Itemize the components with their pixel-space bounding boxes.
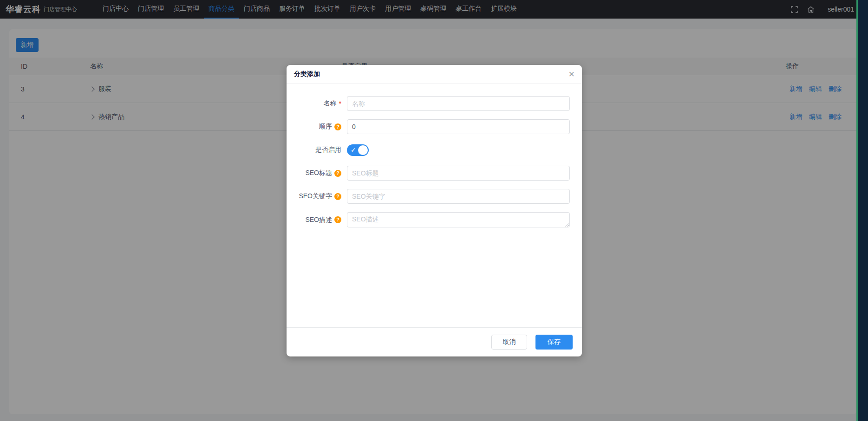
enabled-label: 是否启用 bbox=[315, 146, 341, 154]
name-input[interactable] bbox=[347, 96, 570, 111]
form-row-name: 名称 * bbox=[287, 96, 582, 111]
form-row-order: 顺序 ? bbox=[287, 119, 582, 134]
form-row-seo-title: SEO标题 ? bbox=[287, 166, 582, 181]
cancel-button[interactable]: 取消 bbox=[491, 335, 527, 350]
help-icon[interactable]: ? bbox=[334, 170, 341, 177]
field-label: SEO关键字 ? bbox=[287, 192, 347, 201]
form-row-seo-desc: SEO描述 ? bbox=[287, 212, 582, 227]
seo-desc-textarea[interactable] bbox=[347, 212, 570, 227]
field-label: 是否启用 bbox=[287, 146, 347, 154]
modal-header: 分类添加 × bbox=[287, 65, 582, 84]
seo-title-label: SEO标题 bbox=[305, 169, 332, 177]
field-label: SEO描述 ? bbox=[287, 216, 347, 224]
order-label: 顺序 bbox=[319, 123, 332, 131]
seo-desc-label: SEO描述 bbox=[305, 216, 332, 224]
enabled-toggle[interactable]: ✓ bbox=[347, 144, 369, 156]
name-label: 名称 bbox=[324, 99, 337, 108]
field-label: 顺序 ? bbox=[287, 123, 347, 131]
toggle-knob bbox=[358, 145, 368, 155]
right-edge-band bbox=[856, 0, 868, 421]
check-icon: ✓ bbox=[351, 146, 356, 154]
seo-desc-wrap bbox=[347, 212, 570, 227]
field-label: SEO标题 ? bbox=[287, 169, 347, 177]
help-icon[interactable]: ? bbox=[334, 123, 341, 130]
form-row-seo-keywords: SEO关键字 ? bbox=[287, 189, 582, 204]
seo-keywords-input[interactable] bbox=[347, 189, 570, 204]
form-row-enabled: 是否启用 ✓ bbox=[287, 142, 582, 157]
save-button[interactable]: 保存 bbox=[535, 335, 573, 350]
order-input[interactable] bbox=[347, 119, 570, 134]
modal-body: 名称 * 顺序 ? 是否启用 ✓ SEO标题 ? bbox=[287, 84, 582, 227]
help-icon[interactable]: ? bbox=[334, 193, 341, 200]
add-category-modal: 分类添加 × 名称 * 顺序 ? 是否启用 ✓ bbox=[287, 65, 582, 356]
seo-keywords-label: SEO关键字 bbox=[299, 192, 332, 201]
seo-title-input[interactable] bbox=[347, 166, 570, 181]
modal-title: 分类添加 bbox=[294, 70, 320, 78]
close-icon[interactable]: × bbox=[568, 69, 574, 79]
modal-footer: 取消 保存 bbox=[287, 327, 582, 356]
help-icon[interactable]: ? bbox=[334, 216, 341, 223]
required-asterisk: * bbox=[339, 100, 341, 107]
field-label: 名称 * bbox=[287, 99, 347, 108]
